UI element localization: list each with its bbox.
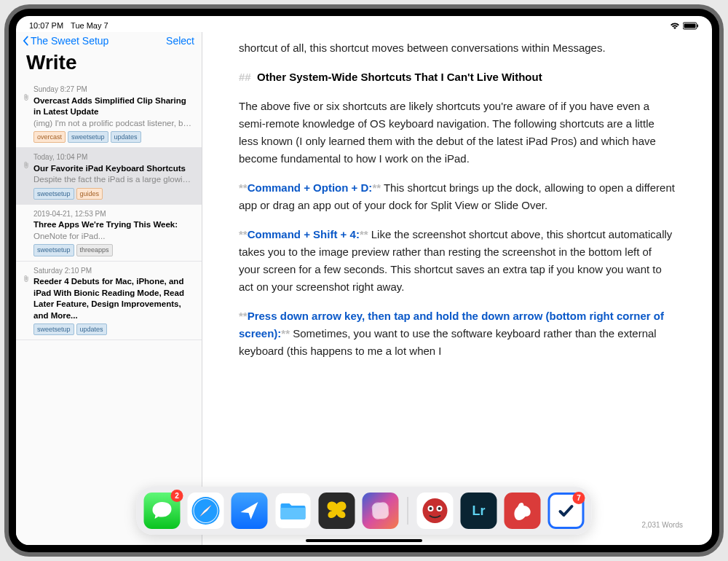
status-time: 10:07 PM bbox=[29, 21, 63, 30]
tag[interactable]: guides bbox=[76, 188, 103, 200]
markdown-mark: ** bbox=[281, 327, 290, 340]
word-count: 2,031 Words bbox=[641, 521, 683, 529]
tag[interactable]: sweetsetup bbox=[68, 131, 108, 143]
paragraph: shortcut of all, this shortcut moves bet… bbox=[239, 39, 676, 57]
checkmark-icon bbox=[557, 501, 576, 520]
face-icon bbox=[419, 495, 451, 527]
ipad-bezel: 10:07 PM Tue May 7 The Sweet Setup Selec… bbox=[9, 9, 719, 552]
markdown-mark: ** bbox=[372, 181, 381, 194]
lightroom-label: Lr bbox=[472, 503, 486, 519]
folder-icon bbox=[280, 501, 306, 521]
svg-point-8 bbox=[423, 498, 448, 523]
svg-rect-1 bbox=[684, 23, 696, 28]
tag[interactable]: overcast bbox=[33, 131, 66, 143]
app-messages[interactable]: 2 bbox=[144, 493, 181, 529]
select-button[interactable]: Select bbox=[166, 35, 194, 47]
tag[interactable]: updates bbox=[76, 323, 107, 335]
svg-point-11 bbox=[430, 507, 432, 510]
tag[interactable]: threeapps bbox=[76, 244, 113, 256]
note-date: Sunday 8:27 PM bbox=[33, 85, 194, 95]
note-item[interactable]: Today, 10:04 PMOur Favorite iPad Keyboar… bbox=[16, 148, 202, 205]
note-title: Three Apps We're Trying This Week: bbox=[33, 219, 194, 231]
app-files[interactable] bbox=[275, 493, 312, 529]
shortcut-label: Command + Shift + 4: bbox=[248, 228, 360, 240]
back-button[interactable]: The Sweet Setup bbox=[20, 35, 108, 47]
note-date: 2019-04-21, 12:53 PM bbox=[33, 209, 194, 219]
dock-container: 2 Lr bbox=[137, 487, 592, 535]
tag[interactable]: updates bbox=[111, 131, 141, 143]
paragraph: The above five or six shortcuts are like… bbox=[239, 98, 676, 168]
app-spark-mail[interactable] bbox=[232, 493, 268, 529]
sidebar-header: The Sweet Setup Select bbox=[16, 32, 202, 50]
app-marvis[interactable] bbox=[417, 493, 454, 529]
markdown-mark: ## bbox=[239, 71, 251, 83]
dock-divider bbox=[408, 497, 408, 525]
dock: 2 Lr bbox=[137, 487, 592, 535]
paper-plane-icon bbox=[238, 499, 261, 522]
butterfly-icon bbox=[325, 500, 349, 522]
attachment-icon bbox=[23, 161, 30, 173]
app-bear[interactable] bbox=[505, 493, 541, 529]
note-tags: overcastsweetsetupupdates bbox=[33, 131, 194, 143]
notification-badge: 2 bbox=[171, 490, 183, 502]
status-bar: 10:07 PM Tue May 7 bbox=[16, 16, 712, 32]
svg-point-12 bbox=[438, 507, 441, 510]
app-safari[interactable] bbox=[188, 493, 224, 529]
tag[interactable]: sweetsetup bbox=[33, 323, 74, 335]
sidebar-title: Write bbox=[16, 50, 202, 80]
bear-icon bbox=[510, 498, 535, 523]
chevron-left-icon bbox=[20, 36, 31, 46]
note-item[interactable]: Sunday 8:27 PMOvercast Adds Simplified C… bbox=[16, 80, 202, 148]
note-date: Today, 10:04 PM bbox=[33, 152, 194, 162]
note-preview: Despite the fact the iPad is a large glo… bbox=[33, 174, 194, 186]
app-butterfly[interactable] bbox=[319, 493, 355, 529]
svg-rect-7 bbox=[371, 501, 389, 519]
note-title: Our Favorite iPad Keyboard Shortcuts bbox=[33, 163, 194, 175]
notification-badge: 7 bbox=[573, 492, 585, 504]
app-lightroom[interactable]: Lr bbox=[461, 493, 497, 529]
note-title: Reeder 4 Debuts for Mac, iPhone, and iPa… bbox=[33, 276, 194, 321]
home-indicator[interactable] bbox=[306, 539, 422, 542]
editor[interactable]: shortcut of all, this shortcut moves bet… bbox=[202, 32, 712, 545]
back-label: The Sweet Setup bbox=[31, 35, 108, 47]
note-item[interactable]: Saturday 2:10 PMReeder 4 Debuts for Mac,… bbox=[16, 262, 202, 341]
note-tags: sweetsetupthreeapps bbox=[33, 244, 194, 256]
ipad-frame: 10:07 PM Tue May 7 The Sweet Setup Selec… bbox=[4, 4, 724, 557]
speech-bubble-icon bbox=[151, 501, 173, 521]
status-date: Tue May 7 bbox=[71, 21, 108, 30]
compass-icon bbox=[190, 495, 222, 527]
app-shortcuts[interactable] bbox=[363, 493, 399, 529]
wifi-icon bbox=[670, 22, 680, 30]
note-preview: OneNote for iPad... bbox=[33, 231, 194, 243]
markdown-mark: ** bbox=[239, 181, 248, 194]
tag[interactable]: sweetsetup bbox=[33, 188, 74, 200]
svg-rect-2 bbox=[697, 24, 699, 27]
note-tags: sweetsetupupdates bbox=[33, 323, 194, 335]
screen: 10:07 PM Tue May 7 The Sweet Setup Selec… bbox=[16, 16, 712, 545]
note-preview: (img) I'm not a prolific podcast listene… bbox=[33, 118, 194, 130]
shortcuts-icon bbox=[369, 499, 392, 522]
shortcut-text: Sometimes, you want to use the software … bbox=[239, 327, 657, 357]
app-things[interactable]: 7 bbox=[548, 493, 585, 529]
markdown-mark: ** bbox=[360, 228, 368, 240]
paragraph: **Press down arrow key, then tap and hol… bbox=[239, 307, 676, 360]
attachment-icon bbox=[23, 93, 30, 105]
sidebar: The Sweet Setup Select Write Sunday 8:27… bbox=[16, 32, 202, 545]
shortcut-label: Command + Option + D: bbox=[248, 181, 373, 194]
paragraph: **Command + Option + D:** This shortcut … bbox=[239, 179, 676, 214]
heading-text: Other System-Wide Shortcuts That I Can't… bbox=[257, 71, 542, 83]
tag[interactable]: sweetsetup bbox=[33, 244, 74, 256]
note-date: Saturday 2:10 PM bbox=[33, 266, 194, 276]
battery-icon bbox=[683, 22, 699, 30]
note-title: Overcast Adds Simplified Clip Sharing in… bbox=[33, 95, 194, 118]
markdown-mark: ** bbox=[239, 310, 248, 322]
note-tags: sweetsetupguides bbox=[33, 188, 194, 200]
note-list: Sunday 8:27 PMOvercast Adds Simplified C… bbox=[16, 80, 202, 545]
heading-line: ## Other System-Wide Shortcuts That I Ca… bbox=[239, 68, 676, 86]
paragraph: **Command + Shift + 4:** Like the screen… bbox=[239, 226, 676, 296]
note-item[interactable]: 2019-04-21, 12:53 PMThree Apps We're Try… bbox=[16, 205, 202, 262]
markdown-mark: ** bbox=[239, 228, 248, 240]
attachment-icon bbox=[23, 275, 30, 286]
